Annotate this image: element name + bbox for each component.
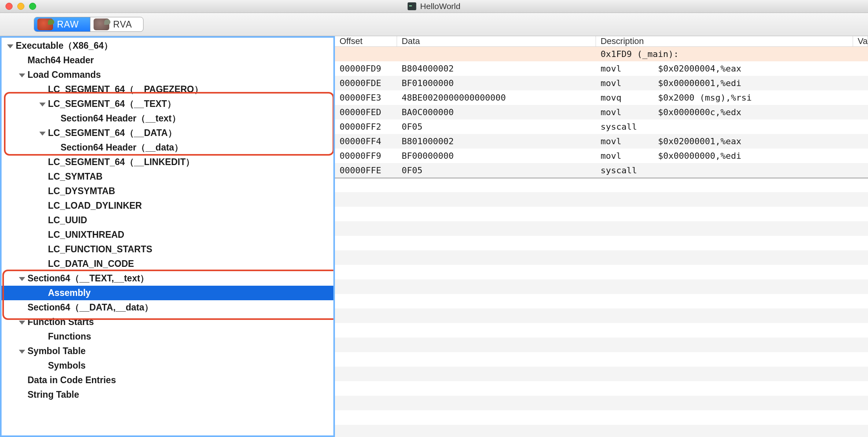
tree-seg-pagezero[interactable]: LC_SEGMENT_64（__PAGEZERO） <box>2 82 333 97</box>
tree-lc-dylinker[interactable]: LC_LOAD_DYLINKER <box>2 198 333 213</box>
tree-symbol-table[interactable]: Symbol Table <box>2 344 333 358</box>
tab-raw-label: RAW <box>57 19 79 30</box>
tree-lc-uuid[interactable]: LC_UUID <box>2 213 333 228</box>
tree-sect-data[interactable]: Section64 Header（__data） <box>2 140 333 155</box>
asm-row[interactable]: 00000FED BA0C000000 movl $0x0000000c,%ed… <box>335 105 868 119</box>
tree-mach64-header[interactable]: Mach64 Header <box>2 53 333 68</box>
rva-icon <box>94 18 109 30</box>
raw-icon <box>37 18 53 30</box>
tree-lc-function-starts[interactable]: LC_FUNCTION_STARTS <box>2 242 333 257</box>
window-title-text: HelloWorld <box>420 2 460 11</box>
tree-functions[interactable]: Functions <box>2 329 333 344</box>
app-icon <box>408 2 416 10</box>
tree-lc-dysymtab[interactable]: LC_DYSYMTAB <box>2 184 333 198</box>
tree-data-in-code-entries[interactable]: Data in Code Entries <box>2 373 333 387</box>
view-mode-tabs: RAW RVA <box>34 17 143 32</box>
tree-seg-data[interactable]: LC_SEGMENT_64（__DATA） <box>2 126 333 140</box>
tree-function-starts[interactable]: Function Starts <box>2 315 333 329</box>
asm-row[interactable]: 00000FD9 B804000002 movl $0x02000004,%ea… <box>335 61 868 76</box>
tree-root[interactable]: Executable（X86_64） <box>2 39 333 53</box>
tab-rva[interactable]: RVA <box>90 17 143 31</box>
asm-row[interactable]: 00000FDE BF01000000 movl $0x00000001,%ed… <box>335 76 868 90</box>
zoom-window-button[interactable] <box>29 3 36 10</box>
detail-panel: Offset Data Description Va 0x1FD9 (_main… <box>335 36 868 437</box>
asm-row[interactable]: 00000FF2 0F05 syscall <box>335 119 868 134</box>
asm-row[interactable]: 00000FF9 BF00000000 movl $0x00000000,%ed… <box>335 149 868 163</box>
main-split: Executable（X86_64） Mach64 Header Load Co… <box>0 36 868 437</box>
tree-load-commands[interactable]: Load Commands <box>2 68 333 82</box>
tab-rva-label: RVA <box>113 19 132 30</box>
filler-row <box>335 178 868 192</box>
tree-sect-text[interactable]: Section64 Header（__text） <box>2 111 333 126</box>
tree-lc-data-in-code[interactable]: LC_DATA_IN_CODE <box>2 257 333 271</box>
tree-section64-data[interactable]: Section64（__DATA,__data） <box>2 300 333 315</box>
tree-lc-unixthread[interactable]: LC_UNIXTHREAD <box>2 228 333 242</box>
tree-symbols[interactable]: Symbols <box>2 358 333 373</box>
assembly-rows: 0x1FD9 (_main): 00000FD9 B804000002 movl… <box>335 47 868 437</box>
toolbar: RAW RVA <box>0 13 868 36</box>
minimize-window-button[interactable] <box>17 3 24 10</box>
titlebar: HelloWorld <box>0 0 868 13</box>
tree-seg-linkedit[interactable]: LC_SEGMENT_64（__LINKEDIT） <box>2 155 333 169</box>
section-header-label: 0x1FD9 (_main): <box>596 49 679 59</box>
col-description[interactable]: Description <box>596 36 853 46</box>
tree-lc-symtab[interactable]: LC_SYMTAB <box>2 169 333 184</box>
window-title: HelloWorld <box>408 2 460 11</box>
close-window-button[interactable] <box>6 3 13 10</box>
filler <box>335 192 868 437</box>
tree-assembly[interactable]: Assembly <box>2 286 333 300</box>
asm-row[interactable]: 00000FE3 48BE0020000000000000 movq $0x20… <box>335 90 868 105</box>
section-header-row[interactable]: 0x1FD9 (_main): <box>335 47 868 61</box>
structure-tree[interactable]: Executable（X86_64） Mach64 Header Load Co… <box>0 36 335 437</box>
tab-raw[interactable]: RAW <box>34 17 90 31</box>
asm-row[interactable]: 00000FF4 B801000002 movl $0x02000001,%ea… <box>335 134 868 149</box>
tree-seg-text[interactable]: LC_SEGMENT_64（__TEXT） <box>2 97 333 111</box>
column-headers: Offset Data Description Va <box>335 36 868 47</box>
tree-string-table[interactable]: String Table <box>2 387 333 402</box>
asm-row[interactable]: 00000FFE 0F05 syscall <box>335 163 868 178</box>
col-offset[interactable]: Offset <box>335 36 397 46</box>
window-controls <box>6 3 36 10</box>
col-value[interactable]: Va <box>853 36 868 46</box>
col-data[interactable]: Data <box>397 36 596 46</box>
tree-section64-text[interactable]: Section64（__TEXT,__text） <box>2 271 333 286</box>
